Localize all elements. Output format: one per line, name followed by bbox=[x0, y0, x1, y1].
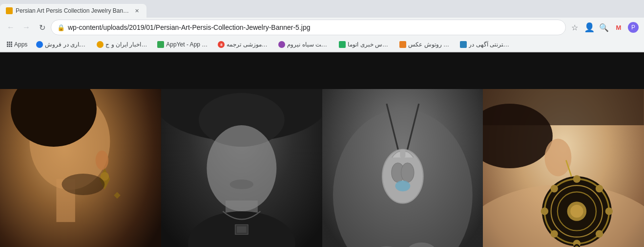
bookmark-favicon-7 bbox=[399, 41, 406, 48]
svg-point-27 bbox=[401, 163, 414, 182]
bookmark-item-4[interactable]: 8 دانلود فیلم آموزشی ترجمه... bbox=[214, 40, 272, 49]
bookmark-label-3: AppYet - App Creat... bbox=[166, 41, 208, 48]
bookmark-label-2: جدیدترین اخبار ایران و ج... bbox=[105, 41, 147, 48]
svg-point-7 bbox=[62, 174, 104, 195]
bookmark-label-8: سفارش اینترنتی آگهی در... bbox=[469, 41, 511, 48]
address-input[interactable] bbox=[68, 23, 560, 31]
svg-point-45 bbox=[551, 230, 558, 237]
bookmark-star-button[interactable]: ☆ bbox=[568, 21, 582, 34]
profile-icon-button[interactable]: 👤 bbox=[582, 21, 596, 34]
apps-label: Apps bbox=[14, 41, 27, 48]
svg-point-28 bbox=[395, 180, 410, 191]
bookmark-favicon-8 bbox=[460, 41, 467, 48]
search-button[interactable]: 🔍 bbox=[597, 21, 611, 34]
bookmark-favicon-4: 8 bbox=[218, 41, 225, 48]
svg-point-41 bbox=[541, 207, 548, 215]
bookmark-favicon-3 bbox=[157, 41, 164, 48]
back-button[interactable]: ← bbox=[4, 21, 18, 34]
nav-right-icons: ☆ 👤 🔍 M P bbox=[568, 21, 640, 34]
svg-point-12 bbox=[207, 125, 276, 211]
bookmark-label-6: قالب وردپرس خبری اتوما... bbox=[348, 41, 390, 48]
bookmark-favicon-5 bbox=[278, 41, 285, 48]
bookmark-apps[interactable]: Apps bbox=[4, 40, 30, 49]
page-black-header bbox=[0, 52, 644, 89]
svg-point-43 bbox=[551, 185, 558, 192]
svg-point-42 bbox=[605, 207, 613, 215]
bookmarks-bar: Apps سیستم همکاری در فروش... جدیدترین اخ… bbox=[0, 37, 644, 52]
gmail-icon-button[interactable]: M bbox=[612, 21, 625, 34]
svg-point-4 bbox=[96, 151, 108, 170]
jewelry-panel-2 bbox=[161, 89, 322, 247]
bookmark-item-3[interactable]: AppYet - App Creat... bbox=[153, 40, 212, 49]
tab-close-button[interactable]: ✕ bbox=[133, 7, 141, 15]
bookmark-favicon-2 bbox=[97, 41, 104, 48]
tab-title: Persian Art Persis Collection Jewelry Ba… bbox=[16, 7, 130, 14]
bookmark-item-5[interactable]: شکوه و عظمت سیاه نیروم... bbox=[274, 40, 333, 49]
page-content bbox=[0, 52, 644, 247]
jewelry-panel-3 bbox=[322, 89, 483, 247]
svg-rect-17 bbox=[237, 226, 247, 233]
bookmark-label-7: ویرایش و روتوش عکس... bbox=[408, 41, 450, 48]
jewelry-panel-1 bbox=[0, 89, 161, 247]
bookmark-label-5: شکوه و عظمت سیاه نیروم... bbox=[287, 41, 329, 48]
bookmark-item-6[interactable]: قالب وردپرس خبری اتوما... bbox=[335, 40, 394, 49]
svg-point-39 bbox=[573, 175, 581, 182]
svg-point-34 bbox=[545, 139, 572, 177]
account-button[interactable]: P bbox=[626, 21, 640, 34]
bookmark-item-7[interactable]: ویرایش و روتوش عکس... bbox=[395, 40, 454, 49]
bookmark-label-4: دانلود فیلم آموزشی ترجمه... bbox=[227, 41, 269, 48]
navigation-bar: ← → ↻ 🔒 ☆ 👤 🔍 M P bbox=[0, 18, 644, 37]
bookmark-item-2[interactable]: جدیدترین اخبار ایران و ج... bbox=[93, 40, 151, 49]
jewelry-images-row bbox=[0, 89, 644, 247]
jewelry-panel-4 bbox=[483, 89, 644, 247]
lock-icon: 🔒 bbox=[57, 24, 65, 31]
apps-grid-icon bbox=[7, 42, 12, 47]
tab-bar: Persian Art Persis Collection Jewelry Ba… bbox=[0, 0, 644, 18]
svg-rect-29 bbox=[400, 150, 405, 157]
address-bar-wrapper[interactable]: 🔒 bbox=[51, 20, 566, 35]
svg-point-44 bbox=[596, 185, 603, 192]
tab-favicon bbox=[6, 7, 13, 14]
reload-button[interactable]: ↻ bbox=[35, 21, 49, 34]
bookmark-item-1[interactable]: سیستم همکاری در فروش... bbox=[32, 40, 91, 49]
bookmark-item-8[interactable]: سفارش اینترنتی آگهی در... bbox=[456, 40, 515, 49]
svg-point-13 bbox=[229, 180, 253, 189]
svg-point-48 bbox=[570, 205, 583, 218]
bookmark-label-1: سیستم همکاری در فروش... bbox=[45, 41, 87, 48]
active-tab[interactable]: Persian Art Persis Collection Jewelry Ba… bbox=[0, 4, 146, 18]
bookmark-favicon-6 bbox=[339, 41, 346, 48]
bookmark-favicon-1 bbox=[36, 41, 43, 48]
forward-button[interactable]: → bbox=[20, 21, 33, 34]
svg-point-46 bbox=[596, 230, 603, 237]
